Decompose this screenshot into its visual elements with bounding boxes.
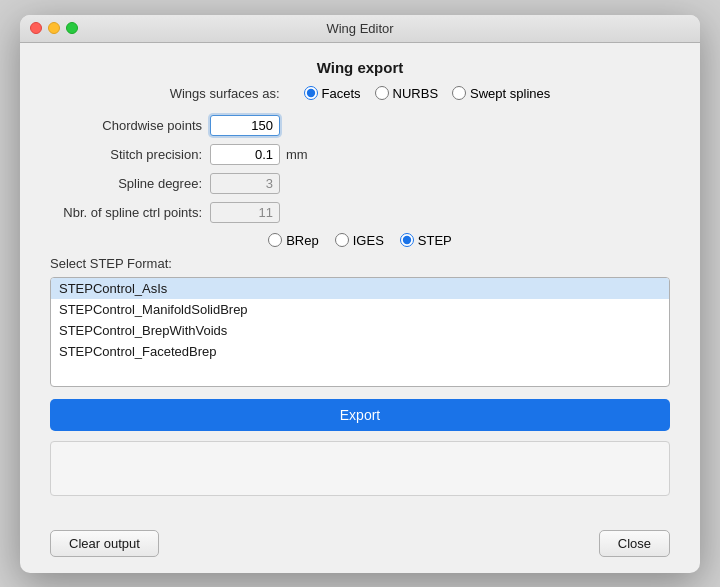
format-row: BRep IGES STEP bbox=[50, 233, 670, 248]
surfaces-label: Wings surfaces as: bbox=[170, 86, 280, 101]
export-button[interactable]: Export bbox=[50, 399, 670, 431]
radio-nurbs[interactable]: NURBS bbox=[375, 86, 439, 101]
nbr-row: Nbr. of spline ctrl points: bbox=[50, 202, 670, 223]
radio-facets[interactable]: Facets bbox=[304, 86, 361, 101]
close-button[interactable]: Close bbox=[599, 530, 670, 557]
radio-swept-input[interactable] bbox=[452, 86, 466, 100]
dialog-body: Wings surfaces as: Facets NURBS Swept sp… bbox=[20, 86, 700, 522]
radio-step-input[interactable] bbox=[400, 233, 414, 247]
radio-step-label: STEP bbox=[418, 233, 452, 248]
step-format-listbox[interactable]: STEPControl_AsIs STEPControl_ManifoldSol… bbox=[50, 277, 670, 387]
output-area bbox=[50, 441, 670, 496]
list-item[interactable]: STEPControl_AsIs bbox=[51, 278, 669, 299]
radio-brep-label: BRep bbox=[286, 233, 319, 248]
list-item[interactable]: STEPControl_BrepWithVoids bbox=[51, 320, 669, 341]
radio-swept-label: Swept splines bbox=[470, 86, 550, 101]
chordwise-row: Chordwise points bbox=[50, 115, 670, 136]
stitch-input[interactable] bbox=[210, 144, 280, 165]
clear-output-button[interactable]: Clear output bbox=[50, 530, 159, 557]
radio-iges[interactable]: IGES bbox=[335, 233, 384, 248]
nbr-input[interactable] bbox=[210, 202, 280, 223]
radio-iges-input[interactable] bbox=[335, 233, 349, 247]
title-bar: Wing Editor bbox=[20, 15, 700, 43]
radio-step[interactable]: STEP bbox=[400, 233, 452, 248]
surfaces-row: Wings surfaces as: Facets NURBS Swept sp… bbox=[50, 86, 670, 101]
radio-iges-label: IGES bbox=[353, 233, 384, 248]
radio-facets-label: Facets bbox=[322, 86, 361, 101]
stitch-unit: mm bbox=[286, 147, 308, 162]
stitch-row: Stitch precision: mm bbox=[50, 144, 670, 165]
radio-brep[interactable]: BRep bbox=[268, 233, 319, 248]
step-format-label: Select STEP Format: bbox=[50, 256, 670, 271]
chordwise-input[interactable] bbox=[210, 115, 280, 136]
list-item[interactable]: STEPControl_ManifoldSolidBrep bbox=[51, 299, 669, 320]
stitch-label: Stitch precision: bbox=[50, 147, 210, 162]
spline-row: Spline degree: bbox=[50, 173, 670, 194]
traffic-lights bbox=[30, 22, 78, 34]
chordwise-label: Chordwise points bbox=[50, 118, 210, 133]
list-item[interactable]: STEPControl_FacetedBrep bbox=[51, 341, 669, 362]
minimize-button[interactable] bbox=[48, 22, 60, 34]
radio-nurbs-label: NURBS bbox=[393, 86, 439, 101]
window-title: Wing Editor bbox=[326, 21, 393, 36]
spline-input[interactable] bbox=[210, 173, 280, 194]
close-window-button[interactable] bbox=[30, 22, 42, 34]
window: Wing Editor Wing export Wings surfaces a… bbox=[20, 15, 700, 573]
maximize-button[interactable] bbox=[66, 22, 78, 34]
radio-brep-input[interactable] bbox=[268, 233, 282, 247]
nbr-label: Nbr. of spline ctrl points: bbox=[50, 205, 210, 220]
radio-facets-input[interactable] bbox=[304, 86, 318, 100]
radio-nurbs-input[interactable] bbox=[375, 86, 389, 100]
dialog-footer: Clear output Close bbox=[20, 522, 700, 573]
spline-label: Spline degree: bbox=[50, 176, 210, 191]
radio-swept[interactable]: Swept splines bbox=[452, 86, 550, 101]
surfaces-radio-group: Facets NURBS Swept splines bbox=[304, 86, 551, 101]
dialog-title: Wing export bbox=[20, 43, 700, 86]
